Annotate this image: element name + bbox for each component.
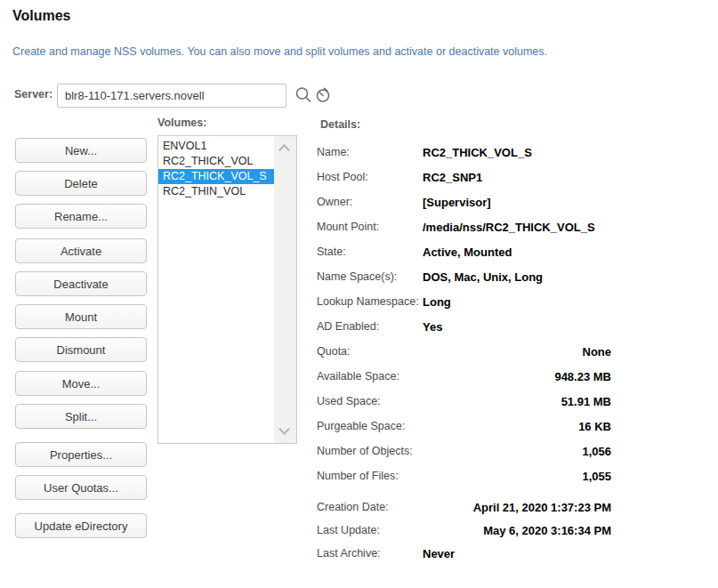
- detail-row-ad-enabled: AD Enabled: Yes: [317, 314, 611, 339]
- split-button[interactable]: Split...: [15, 404, 147, 429]
- detail-row-creation-date: Creation Date: April 21, 2020 1:37:23 PM: [317, 495, 611, 519]
- rename-button[interactable]: Rename...: [15, 204, 147, 229]
- action-button-column: New... Delete Rename... Activate Deactiv…: [15, 138, 147, 546]
- detail-row-last-archive: Last Archive: Never: [317, 542, 611, 565]
- move-button[interactable]: Move...: [15, 371, 147, 396]
- scroll-down-icon[interactable]: [278, 423, 290, 435]
- volume-item-rc2-thick-vol[interactable]: RC2_THICK_VOL: [158, 154, 274, 169]
- details-panel: Name: RC2_THICK_VOL_S Host Pool: RC2_SNP…: [317, 140, 611, 565]
- page-title: Volumes: [12, 8, 71, 24]
- detail-row-owner: Owner: [Supervisor]: [317, 189, 611, 214]
- detail-row-purgeable-space: Purgeable Space: 16 KB: [317, 414, 611, 439]
- search-icon[interactable]: [294, 85, 313, 105]
- dismount-button[interactable]: Dismount: [15, 337, 147, 362]
- server-label: Server:: [14, 88, 52, 101]
- detail-row-number-of-files: Number of Files: 1,055: [317, 463, 611, 488]
- listbox-scrollbar[interactable]: [274, 136, 296, 443]
- volumes-list-items: ENVOL1 RC2_THICK_VOL RC2_THICK_VOL_S RC2…: [158, 136, 274, 443]
- detail-row-name-spaces: Name Space(s): DOS, Mac, Unix, Long: [317, 264, 611, 289]
- update-edirectory-button[interactable]: Update eDirectory: [15, 513, 147, 538]
- detail-row-mount-point: Mount Point: /media/nss/RC2_THICK_VOL_S: [317, 214, 611, 239]
- detail-row-state: State: Active, Mounted: [317, 239, 611, 264]
- detail-row-number-of-objects: Number of Objects: 1,056: [317, 439, 611, 463]
- scroll-up-icon[interactable]: [278, 144, 290, 156]
- properties-button[interactable]: Properties...: [15, 442, 147, 467]
- detail-row-quota: Quota: None: [317, 339, 611, 364]
- volumes-listbox: ENVOL1 RC2_THICK_VOL RC2_THICK_VOL_S RC2…: [157, 135, 297, 444]
- detail-row-used-space: Used Space: 51.91 MB: [317, 389, 611, 414]
- detail-row-last-update: Last Update: May 6, 2020 3:16:34 PM: [317, 519, 611, 542]
- history-icon[interactable]: [313, 85, 333, 105]
- server-input[interactable]: [57, 84, 286, 108]
- details-label: Details:: [320, 118, 360, 131]
- volume-item-envol1[interactable]: ENVOL1: [158, 139, 274, 154]
- mount-button[interactable]: Mount: [15, 304, 147, 329]
- new-button[interactable]: New...: [15, 138, 147, 163]
- activate-button[interactable]: Activate: [15, 238, 147, 263]
- deactivate-button[interactable]: Deactivate: [15, 271, 147, 296]
- volumes-list-label: Volumes:: [157, 117, 206, 129]
- volume-item-rc2-thick-vol-s[interactable]: RC2_THICK_VOL_S: [158, 169, 274, 184]
- detail-row-name: Name: RC2_THICK_VOL_S: [317, 140, 611, 165]
- detail-row-host-pool: Host Pool: RC2_SNP1: [317, 165, 611, 189]
- detail-row-available-space: Available Space: 948.23 MB: [317, 364, 611, 389]
- volume-item-rc2-thin-vol[interactable]: RC2_THIN_VOL: [158, 184, 274, 199]
- delete-button[interactable]: Delete: [15, 171, 147, 196]
- page-description: Create and manage NSS volumes. You can a…: [12, 45, 547, 58]
- user-quotas-button[interactable]: User Quotas...: [15, 475, 147, 500]
- details-section-spacer: [317, 488, 611, 495]
- detail-row-lookup-namespace: Lookup Namespace: Long: [317, 289, 611, 314]
